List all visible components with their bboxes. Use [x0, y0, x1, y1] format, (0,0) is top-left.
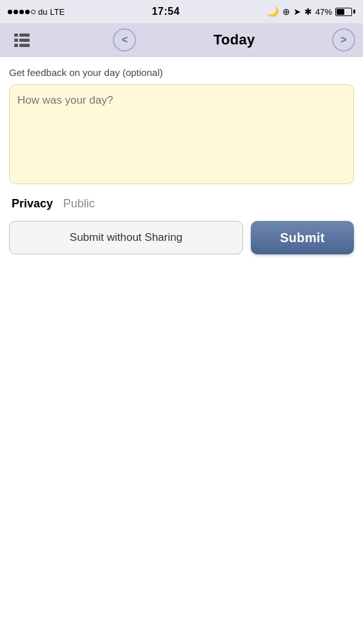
next-button[interactable]: > [332, 28, 355, 52]
location-icon: ➤ [293, 6, 301, 17]
bluetooth-icon: ✱ [304, 6, 312, 17]
privacy-value: Public [63, 197, 95, 211]
carrier-label: du [38, 7, 47, 17]
signal-dot-5 [31, 10, 35, 14]
page-title: Today [213, 32, 255, 48]
list-menu-button[interactable] [8, 28, 36, 52]
svg-rect-2 [14, 39, 18, 42]
signal-dot-2 [14, 10, 18, 14]
battery-tip [353, 10, 355, 14]
svg-rect-5 [19, 44, 30, 47]
nav-bar: < Today > [0, 23, 363, 57]
signal-dot-3 [19, 10, 24, 14]
svg-rect-1 [19, 33, 30, 37]
privacy-row: Privacy Public [9, 197, 354, 211]
signal-dots [8, 10, 35, 14]
buttons-row: Submit without Sharing Submit [9, 221, 354, 254]
svg-rect-0 [14, 33, 18, 37]
submit-button[interactable]: Submit [251, 221, 354, 254]
feedback-label: Get feedback on your day (optional) [9, 67, 354, 78]
battery-body [335, 8, 352, 16]
main-content: Get feedback on your day (optional) Priv… [0, 57, 363, 265]
prev-button[interactable]: < [113, 28, 136, 52]
svg-rect-3 [19, 39, 30, 42]
status-time: 17:54 [152, 6, 179, 17]
privacy-label: Privacy [12, 197, 53, 211]
submit-without-sharing-button[interactable]: Submit without Sharing [9, 221, 243, 254]
status-right: 🌙 ⊕ ➤ ✱ 47% [267, 6, 355, 17]
moon-icon: 🌙 [267, 6, 279, 17]
battery-percent: 47% [315, 7, 332, 17]
status-bar: du LTE 17:54 🌙 ⊕ ➤ ✱ 47% [0, 0, 363, 23]
network-label: LTE [50, 7, 64, 17]
lock-icon: ⊕ [282, 6, 290, 17]
svg-rect-4 [14, 44, 18, 47]
status-left: du LTE [8, 7, 64, 17]
signal-dot-4 [25, 10, 30, 14]
battery-indicator [335, 8, 355, 16]
list-icon [10, 31, 34, 49]
feedback-textarea[interactable] [9, 84, 354, 184]
battery-fill [337, 9, 344, 15]
signal-dot-1 [8, 10, 12, 14]
